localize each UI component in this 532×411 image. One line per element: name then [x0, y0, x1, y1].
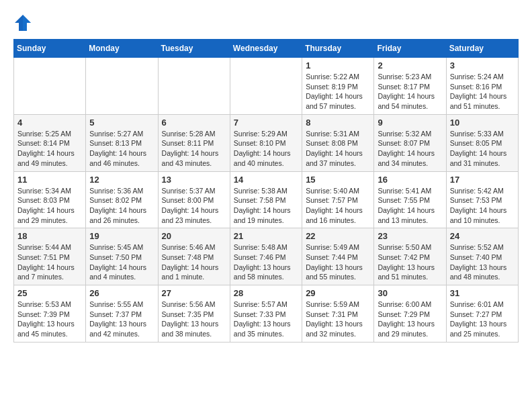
- day-info: Sunrise: 5:45 AM Sunset: 7:50 PM Dayligh…: [89, 242, 154, 282]
- day-number: 4: [17, 118, 82, 128]
- calendar-cell: [14, 58, 86, 115]
- day-info: Sunrise: 5:24 AM Sunset: 8:16 PM Dayligh…: [450, 72, 515, 111]
- calendar-cell: 31Sunrise: 6:01 AM Sunset: 7:27 PM Dayli…: [446, 285, 518, 342]
- calendar-cell: 22Sunrise: 5:49 AM Sunset: 7:44 PM Dayli…: [302, 228, 374, 285]
- day-number: 29: [306, 288, 370, 298]
- day-number: 25: [17, 288, 82, 298]
- calendar-cell: [158, 58, 230, 115]
- day-number: 12: [89, 175, 154, 185]
- day-number: 11: [17, 175, 82, 185]
- weekday-header-sunday: Sunday: [14, 40, 86, 58]
- day-info: Sunrise: 5:46 AM Sunset: 7:48 PM Dayligh…: [162, 242, 226, 282]
- weekday-header-thursday: Thursday: [302, 40, 374, 58]
- svg-marker-1: [23, 15, 31, 31]
- day-number: 20: [162, 231, 226, 241]
- calendar-cell: 3Sunrise: 5:24 AM Sunset: 8:16 PM Daylig…: [446, 58, 518, 115]
- day-info: Sunrise: 5:57 AM Sunset: 7:33 PM Dayligh…: [234, 300, 298, 339]
- day-number: 10: [450, 118, 515, 128]
- day-info: Sunrise: 5:49 AM Sunset: 7:44 PM Dayligh…: [306, 242, 370, 282]
- day-info: Sunrise: 5:44 AM Sunset: 7:51 PM Dayligh…: [17, 242, 82, 282]
- calendar-cell: [86, 58, 158, 115]
- day-number: 30: [378, 288, 442, 298]
- calendar-cell: 24Sunrise: 5:52 AM Sunset: 7:40 PM Dayli…: [446, 228, 518, 285]
- calendar-week-4: 18Sunrise: 5:44 AM Sunset: 7:51 PM Dayli…: [14, 228, 519, 285]
- calendar-cell: 16Sunrise: 5:41 AM Sunset: 7:55 PM Dayli…: [374, 171, 446, 228]
- day-info: Sunrise: 5:27 AM Sunset: 8:13 PM Dayligh…: [89, 129, 154, 169]
- day-info: Sunrise: 5:37 AM Sunset: 8:00 PM Dayligh…: [162, 186, 226, 226]
- day-info: Sunrise: 5:33 AM Sunset: 8:05 PM Dayligh…: [450, 129, 515, 169]
- day-number: 24: [450, 231, 515, 241]
- day-number: 26: [89, 288, 154, 298]
- day-info: Sunrise: 5:25 AM Sunset: 8:14 PM Dayligh…: [17, 129, 82, 169]
- calendar-cell: 7Sunrise: 5:29 AM Sunset: 8:10 PM Daylig…: [230, 114, 302, 171]
- day-number: 2: [378, 60, 442, 71]
- day-info: Sunrise: 5:36 AM Sunset: 8:02 PM Dayligh…: [89, 186, 154, 226]
- weekday-header-tuesday: Tuesday: [158, 40, 230, 58]
- calendar-cell: 5Sunrise: 5:27 AM Sunset: 8:13 PM Daylig…: [86, 114, 158, 171]
- day-info: Sunrise: 5:50 AM Sunset: 7:42 PM Dayligh…: [378, 242, 442, 282]
- day-info: Sunrise: 6:00 AM Sunset: 7:29 PM Dayligh…: [378, 300, 442, 339]
- day-info: Sunrise: 5:41 AM Sunset: 7:55 PM Dayligh…: [378, 186, 442, 226]
- calendar-cell: 4Sunrise: 5:25 AM Sunset: 8:14 PM Daylig…: [14, 114, 86, 171]
- calendar-cell: 8Sunrise: 5:31 AM Sunset: 8:08 PM Daylig…: [302, 114, 374, 171]
- day-info: Sunrise: 5:38 AM Sunset: 7:58 PM Dayligh…: [234, 186, 298, 226]
- day-number: 8: [306, 118, 370, 128]
- day-info: Sunrise: 5:42 AM Sunset: 7:53 PM Dayligh…: [450, 186, 515, 226]
- calendar-cell: 21Sunrise: 5:48 AM Sunset: 7:46 PM Dayli…: [230, 228, 302, 285]
- calendar-cell: 30Sunrise: 6:00 AM Sunset: 7:29 PM Dayli…: [374, 285, 446, 342]
- calendar-cell: 20Sunrise: 5:46 AM Sunset: 7:48 PM Dayli…: [158, 228, 230, 285]
- day-number: 23: [378, 231, 442, 241]
- calendar-cell: 23Sunrise: 5:50 AM Sunset: 7:42 PM Dayli…: [374, 228, 446, 285]
- calendar-cell: 25Sunrise: 5:53 AM Sunset: 7:39 PM Dayli…: [14, 285, 86, 342]
- calendar-table: SundayMondayTuesdayWednesdayThursdayFrid…: [13, 39, 519, 342]
- day-info: Sunrise: 5:29 AM Sunset: 8:10 PM Dayligh…: [234, 129, 298, 169]
- calendar-week-3: 11Sunrise: 5:34 AM Sunset: 8:03 PM Dayli…: [14, 171, 519, 228]
- calendar-cell: 6Sunrise: 5:28 AM Sunset: 8:11 PM Daylig…: [158, 114, 230, 171]
- day-number: 1: [306, 60, 370, 71]
- day-number: 9: [378, 118, 442, 128]
- calendar-cell: 18Sunrise: 5:44 AM Sunset: 7:51 PM Dayli…: [14, 228, 86, 285]
- day-number: 22: [306, 231, 370, 241]
- day-number: 21: [234, 231, 298, 241]
- day-number: 31: [450, 288, 515, 298]
- day-info: Sunrise: 5:23 AM Sunset: 8:17 PM Dayligh…: [378, 72, 442, 111]
- day-info: Sunrise: 5:53 AM Sunset: 7:39 PM Dayligh…: [17, 300, 82, 339]
- day-number: 3: [450, 60, 515, 71]
- page-header: [13, 13, 519, 32]
- weekday-header-row: SundayMondayTuesdayWednesdayThursdayFrid…: [14, 40, 519, 58]
- day-info: Sunrise: 5:48 AM Sunset: 7:46 PM Dayligh…: [234, 242, 298, 282]
- calendar-cell: 28Sunrise: 5:57 AM Sunset: 7:33 PM Dayli…: [230, 285, 302, 342]
- day-number: 27: [162, 288, 226, 298]
- logo-icon: [13, 13, 32, 32]
- day-info: Sunrise: 5:40 AM Sunset: 7:57 PM Dayligh…: [306, 186, 370, 226]
- day-number: 17: [450, 175, 515, 185]
- calendar-cell: 2Sunrise: 5:23 AM Sunset: 8:17 PM Daylig…: [374, 58, 446, 115]
- calendar-cell: 12Sunrise: 5:36 AM Sunset: 8:02 PM Dayli…: [86, 171, 158, 228]
- day-number: 14: [234, 175, 298, 185]
- day-info: Sunrise: 5:22 AM Sunset: 8:19 PM Dayligh…: [306, 72, 370, 111]
- calendar-cell: 19Sunrise: 5:45 AM Sunset: 7:50 PM Dayli…: [86, 228, 158, 285]
- day-info: Sunrise: 5:52 AM Sunset: 7:40 PM Dayligh…: [450, 242, 515, 282]
- day-number: 18: [17, 231, 82, 241]
- day-number: 13: [162, 175, 226, 185]
- calendar-cell: 1Sunrise: 5:22 AM Sunset: 8:19 PM Daylig…: [302, 58, 374, 115]
- calendar-cell: 27Sunrise: 5:56 AM Sunset: 7:35 PM Dayli…: [158, 285, 230, 342]
- calendar-cell: 26Sunrise: 5:55 AM Sunset: 7:37 PM Dayli…: [86, 285, 158, 342]
- day-number: 16: [378, 175, 442, 185]
- day-number: 19: [89, 231, 154, 241]
- weekday-header-wednesday: Wednesday: [230, 40, 302, 58]
- calendar-week-5: 25Sunrise: 5:53 AM Sunset: 7:39 PM Dayli…: [14, 285, 519, 342]
- calendar-cell: 13Sunrise: 5:37 AM Sunset: 8:00 PM Dayli…: [158, 171, 230, 228]
- calendar-week-2: 4Sunrise: 5:25 AM Sunset: 8:14 PM Daylig…: [14, 114, 519, 171]
- calendar-cell: 11Sunrise: 5:34 AM Sunset: 8:03 PM Dayli…: [14, 171, 86, 228]
- day-info: Sunrise: 5:34 AM Sunset: 8:03 PM Dayligh…: [17, 186, 82, 226]
- calendar-cell: 15Sunrise: 5:40 AM Sunset: 7:57 PM Dayli…: [302, 171, 374, 228]
- day-info: Sunrise: 5:28 AM Sunset: 8:11 PM Dayligh…: [162, 129, 226, 169]
- day-info: Sunrise: 5:31 AM Sunset: 8:08 PM Dayligh…: [306, 129, 370, 169]
- day-info: Sunrise: 5:32 AM Sunset: 8:07 PM Dayligh…: [378, 129, 442, 169]
- day-number: 6: [162, 118, 226, 128]
- calendar-cell: 29Sunrise: 5:59 AM Sunset: 7:31 PM Dayli…: [302, 285, 374, 342]
- weekday-header-friday: Friday: [374, 40, 446, 58]
- day-number: 5: [89, 118, 154, 128]
- calendar-cell: 10Sunrise: 5:33 AM Sunset: 8:05 PM Dayli…: [446, 114, 518, 171]
